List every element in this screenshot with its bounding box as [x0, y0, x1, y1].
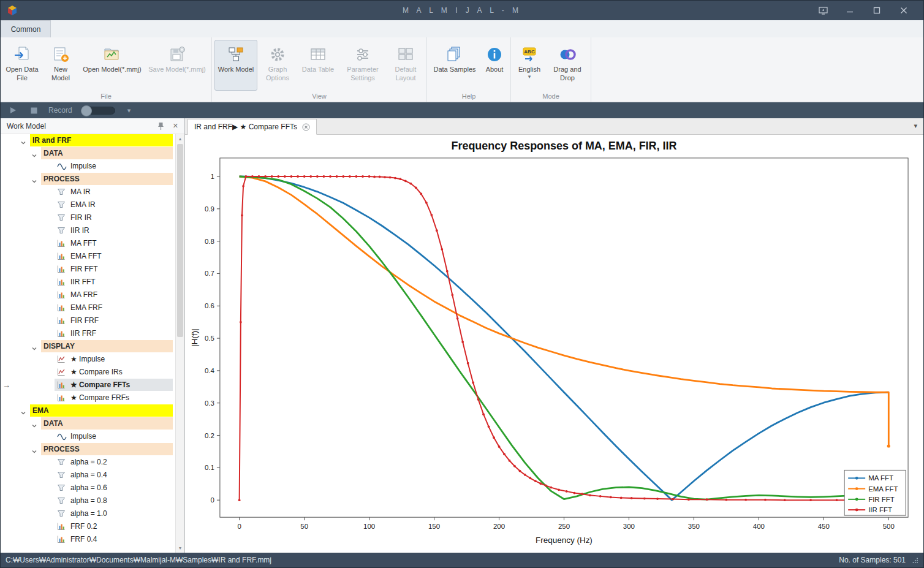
new-model-button[interactable]: New Model [42, 40, 79, 91]
tree-item-label: DISPLAY [44, 342, 75, 350]
new-model-icon [51, 44, 70, 66]
tree-item-label: FRF 0.4 [70, 535, 97, 543]
chevron-down-icon[interactable] [31, 176, 37, 182]
x-tick-label: 450 [818, 523, 830, 530]
close-icon[interactable]: ✕ [173, 122, 178, 130]
tree-item-process[interactable]: PROCESS [1, 443, 184, 456]
tree-item-label: MA FRF [70, 290, 97, 299]
tree-item-ir-and-frf[interactable]: IR and FRF [1, 134, 184, 147]
x-tick-label: 200 [493, 523, 505, 530]
close-button[interactable] [890, 1, 917, 20]
scrollbar-thumb[interactable] [177, 144, 183, 337]
filter-icon [57, 483, 67, 492]
bars-icon [57, 316, 67, 325]
tab-compare-ffts[interactable]: IR and FRF▶ ★ Compare FFTs [187, 119, 317, 135]
work-model-icon [227, 44, 245, 66]
tree-item-label: FIR IR [70, 213, 92, 222]
tree-item-label: ★ Impulse [70, 355, 105, 363]
tree-item-process[interactable]: PROCESS [1, 173, 184, 186]
chevron-down-icon[interactable] [31, 446, 37, 452]
tree-item-ema-ir[interactable]: EMA IR [1, 199, 184, 211]
series-ema-fft [240, 176, 889, 446]
record-toggle[interactable] [81, 107, 115, 115]
data-samples-button[interactable]: Data Samples [430, 40, 480, 91]
tree-item-alpha-0-4[interactable]: alpha = 0.4 [1, 469, 184, 482]
tree-item-label: IIR FRF [70, 329, 96, 338]
tree-item-compare-irs[interactable]: ★ Compare IRs [1, 366, 184, 379]
stop-button[interactable] [28, 104, 40, 116]
tree-item-data[interactable]: DATA [1, 147, 184, 160]
tree-item-label: Impulse [70, 432, 96, 441]
x-tick-label: 350 [688, 523, 700, 530]
chevron-down-icon[interactable]: ▾ [127, 107, 131, 115]
tree-item-display[interactable]: DISPLAY [1, 340, 184, 353]
tree-item-frf-0-2[interactable]: FRF 0.2 [1, 520, 184, 533]
graph-options-icon [268, 44, 287, 66]
document-area: IR and FRF▶ ★ Compare FFTs ▾ Frequency R… [185, 118, 923, 553]
tree-item-ema-frf[interactable]: EMA FRF [1, 301, 184, 314]
tree-item-fir-fft[interactable]: FIR FFT [1, 263, 184, 276]
open-data-file-button[interactable]: Open Data File [3, 40, 41, 91]
chevron-down-icon[interactable] [31, 343, 37, 349]
tree-item-alpha-0-8[interactable]: alpha = 0.8 [1, 494, 184, 507]
titlebar: M A L M I J A L - M [1, 1, 923, 20]
tree-item-compare-ffts[interactable]: ★ Compare FFTs [1, 379, 184, 392]
tree-item-impulse[interactable]: Impulse [1, 430, 184, 443]
play-button[interactable] [7, 104, 19, 116]
pin-icon[interactable] [157, 122, 164, 131]
tab-close-icon[interactable] [302, 123, 310, 131]
filter-icon [57, 187, 67, 196]
tree-item-alpha-0-2[interactable]: alpha = 0.2 [1, 456, 184, 469]
open-model-button[interactable]: Open Model(*.mmj) [80, 40, 144, 91]
data-table-button[interactable]: Data Table [298, 40, 338, 91]
y-tick-label: 0.8 [205, 238, 214, 245]
save-model-button[interactable]: Save Model(*.mmj) [145, 40, 209, 91]
graph-options-button[interactable]: Graph Options [259, 40, 297, 91]
tree-item-ma-fft[interactable]: MA FFT [1, 237, 184, 250]
tree-item-ema[interactable]: EMA [1, 404, 184, 417]
drag-and-drop-button[interactable]: Drag and Drop [547, 40, 588, 91]
parameter-settings-button[interactable]: Parameter Settings [339, 40, 386, 91]
minimize-button[interactable] [836, 1, 863, 20]
scroll-up-icon[interactable]: ▴ [176, 134, 184, 143]
tree-item-label: EMA FFT [70, 252, 102, 260]
english-language-button[interactable]: ABC English ▾ [513, 40, 545, 91]
tree-item-frf-0-4[interactable]: FRF 0.4 [1, 533, 184, 546]
samples-count: No. of Samples: 501 [839, 556, 906, 564]
tree-item-impulse[interactable]: Impulse [1, 160, 184, 173]
about-button[interactable]: About [481, 40, 508, 91]
scroll-down-icon[interactable]: ▾ [176, 543, 184, 553]
sine-icon [57, 432, 67, 441]
tree-item-fir-frf[interactable]: FIR FRF [1, 314, 184, 327]
display-select-button[interactable] [809, 1, 836, 20]
ribbon-group-file: Open Data File New Model Open Model(*.mm… [1, 37, 212, 102]
chevron-down-icon[interactable] [31, 150, 37, 156]
tree-item-impulse[interactable]: ★ Impulse [1, 353, 184, 366]
maximize-button[interactable] [863, 1, 890, 20]
fft-chart: Frequency Responses of MA, EMA, FIR, IIR… [185, 135, 923, 553]
default-layout-button[interactable]: Default Layout [387, 40, 424, 91]
about-icon [485, 44, 504, 66]
tab-list-dropdown-icon[interactable]: ▾ [914, 122, 917, 130]
y-tick-label: 0.4 [205, 367, 215, 374]
tree-item-fir-ir[interactable]: FIR IR [1, 211, 184, 224]
tree-item-label: ★ Compare FFTs [70, 381, 130, 389]
tree-item-data[interactable]: DATA [1, 417, 184, 430]
tree-item-alpha-1-0[interactable]: alpha = 1.0 [1, 507, 184, 520]
chevron-down-icon[interactable] [20, 407, 26, 414]
toggle-knob[interactable] [81, 105, 92, 116]
chevron-down-icon[interactable] [20, 137, 26, 143]
tree-item-ma-frf[interactable]: MA FRF [1, 289, 184, 301]
tree-item-ma-ir[interactable]: MA IR [1, 186, 184, 199]
tree-item-iir-ir[interactable]: IIR IR [1, 224, 184, 237]
work-model-button[interactable]: Work Model [214, 40, 257, 91]
tree-scrollbar[interactable]: ▴ ▾ [175, 134, 184, 553]
tree-item-iir-fft[interactable]: IIR FFT [1, 276, 184, 289]
tree-item-ema-fft[interactable]: EMA FFT [1, 250, 184, 263]
tree-item-alpha-0-6[interactable]: alpha = 0.6 [1, 482, 184, 494]
chevron-down-icon[interactable] [31, 420, 37, 426]
tree-item-compare-frfs[interactable]: ★ Compare FRFs [1, 392, 184, 404]
resize-grip[interactable] [912, 557, 918, 564]
tree-item-iir-frf[interactable]: IIR FRF [1, 327, 184, 340]
tab-common[interactable]: Common [1, 20, 51, 37]
